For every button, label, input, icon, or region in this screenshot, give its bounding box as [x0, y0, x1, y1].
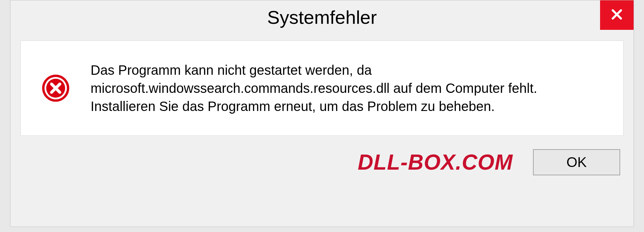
dialog-footer: DLL-BOX.COM OK	[10, 146, 634, 182]
ok-button-label: OK	[567, 154, 587, 170]
ok-button[interactable]: OK	[533, 149, 620, 175]
close-icon	[610, 7, 624, 23]
error-dialog: Systemfehler Das Programm kann nicht ges…	[10, 0, 634, 227]
dialog-title: Systemfehler	[267, 6, 377, 28]
error-icon	[41, 73, 70, 103]
content-panel: Das Programm kann nicht gestartet werden…	[20, 41, 624, 136]
watermark-text: DLL-BOX.COM	[358, 150, 513, 175]
error-message: Das Programm kann nicht gestartet werden…	[91, 61, 594, 115]
titlebar: Systemfehler	[10, 0, 634, 34]
close-button[interactable]	[600, 0, 634, 30]
